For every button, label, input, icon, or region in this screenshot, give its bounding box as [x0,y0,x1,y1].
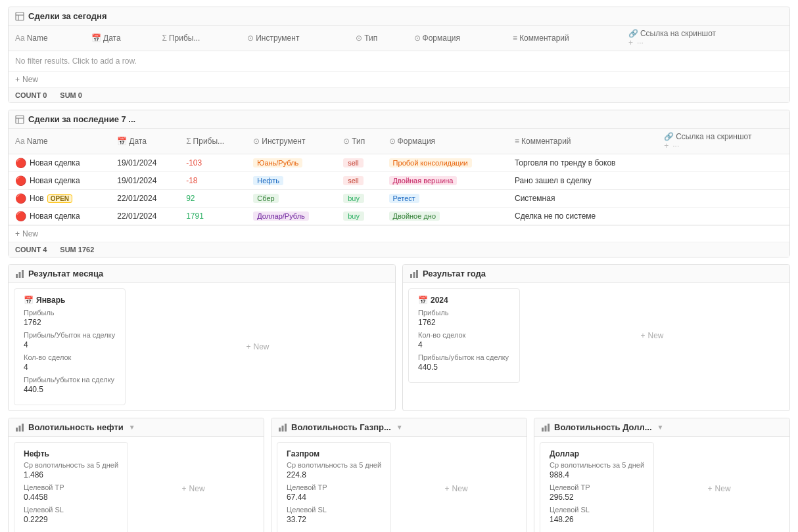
col-instrument: ⊙Инструмент [246,129,337,154]
last7-count-label: COUNT 4 [15,246,47,254]
svg-rect-7 [19,272,21,278]
year-section: Результат года 📅 2024 Прибыль 1762 Кол-в… [402,264,790,411]
year-new-placeholder[interactable]: + New [520,288,784,383]
col-comment: ≡Комментарий [508,129,657,154]
today-add-row[interactable]: + New [9,71,789,87]
vol-gazprom-section: Волотильность Газпр... ▼ Газпром Ср воло… [271,418,527,532]
vol-dollar-new[interactable]: + New [654,442,784,532]
cell-profit: -103 [179,154,246,172]
plus-year: + [640,331,645,340]
cell-date: 19/01/2024 [110,154,179,172]
today-header: Сделки за сегодня [9,7,789,26]
vol-oil-dropdown[interactable]: ▼ [129,424,135,431]
plus-vol-oil: + [182,484,187,493]
year-card: 📅 2024 Прибыль 1762 Кол-во сделок 4 Приб… [408,288,520,383]
cell-instrument: Нефть [246,172,337,190]
cell-name[interactable]: 🔴 Новая сделка [9,208,110,225]
col-date: 📅Дата [85,26,155,51]
cell-date: 22/01/2024 [110,208,179,225]
no-results-text: No filter results. Click to add a row. [9,51,789,71]
cell-profit: 92 [179,190,246,208]
vol-gazprom-icon [278,423,287,432]
plus-month: + [246,342,250,351]
vol-dollar-card: Доллар Ср волотильность за 5 дней 988.4 … [540,442,654,532]
month-cards: 📅 Январь Прибыль 1762 Прибыль/Убыток на … [9,283,395,410]
vol-dollar-dropdown[interactable]: ▼ [657,424,664,431]
vol-gazprom-dropdown[interactable]: ▼ [396,424,403,431]
last7-header-row: AaName 📅Дата ΣПрибы... ⊙Инструмент ⊙Тип … [9,129,789,154]
cell-type: buy [337,190,382,208]
plus-icon2: + [15,229,20,238]
cell-screenshot [657,172,789,190]
row-emoji: 🔴 [15,193,26,204]
table-row[interactable]: 🔴 Новая сделка 22/01/2024 1791 Доллар/Ру… [9,208,789,225]
cell-screenshot [657,154,789,172]
table-row[interactable]: 🔴 Новая сделка 19/01/2024 -18 Нефть sell… [9,172,789,190]
cell-instrument: Юань/Рубль [246,154,337,172]
svg-rect-8 [22,270,24,278]
row-name: Новая сделка [30,211,80,221]
plus-icon: + [15,75,20,84]
year-emoji: 📅 [418,296,428,305]
vol-dollar-title: Волотильность Долл... [554,422,652,432]
col-screenshot: 🔗Ссылка на скриншот + ··· [657,129,789,154]
today-section: Сделки за сегодня AaName 📅Дата ΣПрибы...… [8,7,790,103]
vol-gazprom-new[interactable]: + New [391,442,521,532]
year-title: Результат года [423,269,486,278]
svg-rect-0 [16,12,24,20]
today-header-row: AaName 📅Дата ΣПрибы... ⊙Инструмент ⊙Тип … [9,26,789,51]
cell-formation: Пробой консолидации [383,154,508,172]
vol-oil-new[interactable]: + New [128,442,258,532]
cell-name[interactable]: 🔴 Нов OPEN [9,190,110,208]
sum-label: SUM 0 [60,91,82,99]
table-icon2 [15,115,24,124]
month-title: Результат месяца [28,269,103,278]
add-col-icon2[interactable]: + [664,141,669,150]
open-badge: OPEN [47,194,72,203]
col-formation: ⊙Формация [383,129,508,154]
svg-rect-12 [16,428,18,432]
add-col-icon[interactable]: + [628,38,633,47]
svg-rect-11 [416,270,418,278]
svg-rect-3 [16,116,24,123]
month-emoji: 📅 [24,296,34,305]
table-row[interactable]: 🔴 Новая сделка 19/01/2024 -103 Юань/Рубл… [9,154,789,172]
col-type: ⊙Тип [349,26,407,51]
today-count-bar: COUNT 0 SUM 0 [9,87,789,102]
vol-oil-cards: Нефть Ср волотильность за 5 дней 1.486 Ц… [9,437,264,532]
col-name: AaName [9,129,110,154]
vol-gazprom-header: Волотильность Газпр... ▼ [271,418,527,437]
svg-rect-10 [413,272,415,278]
svg-rect-19 [545,426,547,432]
col-comment: ≡Комментарий [506,26,622,51]
cell-comment: Системная [508,190,657,208]
last7-add-row[interactable]: + New [9,225,789,242]
last7-table: AaName 📅Дата ΣПрибы... ⊙Инструмент ⊙Тип … [9,129,789,225]
plus-vol-dollar: + [708,484,713,493]
svg-rect-6 [16,274,18,278]
svg-rect-18 [542,428,544,432]
vol-dollar-header: Волотильность Долл... ▼ [534,418,789,437]
cell-screenshot [657,190,789,208]
row-name: Новая сделка [30,158,80,167]
row-emoji: 🔴 [15,158,26,168]
cell-name[interactable]: 🔴 Новая сделка [9,154,110,172]
cell-name[interactable]: 🔴 Новая сделка [9,172,110,190]
cell-profit: 1791 [179,208,246,225]
more-icon[interactable]: ··· [637,38,644,47]
vol-gazprom-title: Волотильность Газпр... [291,422,391,432]
today-title: Сделки за сегодня [28,11,107,21]
month-new-placeholder[interactable]: + New [126,288,390,405]
col-screenshot: 🔗Ссылка на скриншот + ··· [622,26,789,51]
chart-icon [15,269,24,278]
count-label: COUNT 0 [15,91,47,99]
cell-formation: Ретест [383,190,508,208]
year-header: Результат года [403,265,789,283]
row-emoji: 🔴 [15,211,26,221]
table-row[interactable]: 🔴 Нов OPEN 22/01/2024 92 Сбер buy Ретест… [9,190,789,208]
vol-gazprom-card: Газпром Ср волотильность за 5 дней 224.8… [277,442,391,532]
plus-vol-gazprom: + [445,484,450,493]
more-icon2[interactable]: ··· [672,141,679,150]
svg-rect-20 [548,424,550,432]
svg-rect-17 [285,424,287,432]
